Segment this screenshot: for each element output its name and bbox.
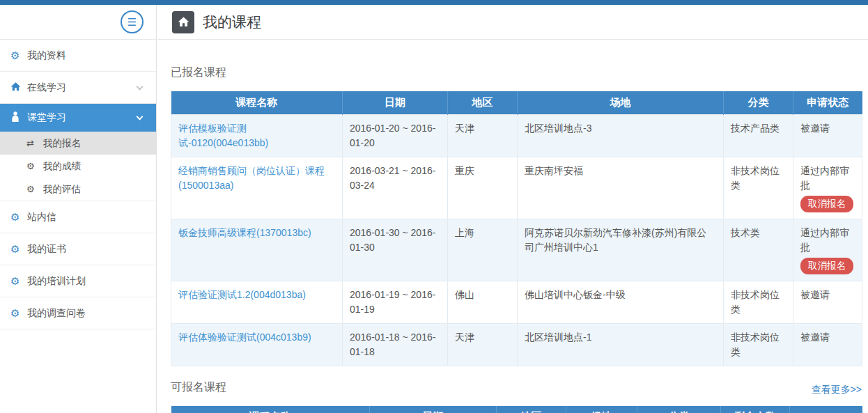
category-cell: 非技术岗位类 [724,323,793,366]
status-cell: 被邀请 [793,323,862,366]
sidebar: ☰ ⚙ 我的资料 在线学习 课堂学习 ⇄ 我的报名 [0,5,157,413]
gears-icon: ⚙ [10,275,27,288]
col-category: 分类 [637,406,721,413]
status-text: 被邀请 [800,121,855,136]
venue-cell: 北区培训地点-3 [518,114,724,157]
region-cell: 重庆 [448,157,518,219]
col-venue: 场地 [518,91,724,114]
exchange-icon: ⇄ [26,138,43,148]
cancel-enroll-button[interactable]: 取消报名 [800,258,853,274]
app-window: ☰ ⚙ 我的资料 在线学习 课堂学习 ⇄ 我的报名 [0,0,868,413]
date-cell: 2016-01-18 ~ 2016-01-18 [343,323,448,366]
sidebar-item-label: 我的培训计划 [27,275,86,288]
sidebar-item-label: 课堂学习 [27,111,66,124]
sidebar-menu: ⚙ 我的资料 在线学习 课堂学习 ⇄ 我的报名 ⚙ 我的成绩 [0,40,156,329]
gears-icon: ⚙ [10,49,27,62]
sidebar-item-label: 我的报名 [43,137,81,150]
gears-icon: ⚙ [10,211,27,224]
course-link[interactable]: 评估体验验证测试(004c013b9) [178,332,311,343]
see-more-link[interactable]: 查看更多>> [812,384,862,396]
status-text: 通过内部审批 [800,164,855,193]
person-icon [10,111,27,124]
col-apply-status: 申请状态 [793,91,862,114]
sidebar-item-classroom-learning[interactable]: 课堂学习 [0,104,156,132]
table-row: 钣金技师高级课程(1370013bc) 2016-01-30 ~ 2016-01… [171,219,862,281]
venue-cell: 阿克苏诺贝尔新劲汽车修补漆(苏州)有限公司广州培训中心1 [518,219,724,281]
cancel-enroll-button[interactable]: 取消报名 [800,196,853,212]
status-cell: 通过内部审批 取消报名 [793,157,862,219]
sidebar-item-my-profile[interactable]: ⚙ 我的资料 [0,40,156,72]
gears-icon: ⚙ [10,243,27,256]
sidebar-header: ☰ [0,5,156,40]
region-cell: 上海 [448,219,518,281]
table-header-row: 课程名称 日期 地区 场地 分类 申请状态 [171,91,862,114]
col-remaining: 剩余人数 [721,406,790,413]
course-link[interactable]: 钣金技师高级课程(1370013bc) [178,227,311,238]
gears-icon: ⚙ [10,307,27,320]
col-date: 日期 [370,406,497,413]
sidebar-item-label: 我的评估 [43,183,81,196]
sidebar-item-label: 我的证书 [27,243,66,256]
available-section-title: 可报名课程 [171,380,226,395]
category-cell: 非技术岗位类 [724,281,793,323]
sidebar-item-label: 在线学习 [27,81,66,94]
chevron-down-icon [137,114,144,120]
sidebar-item-my-surveys[interactable]: ⚙ 我的调查问卷 [0,297,156,329]
category-cell: 非技术岗位类 [724,157,793,219]
col-category: 分类 [724,91,793,114]
table-row: 评估模板验证测试-0120(004e013bb) 2016-01-20 ~ 20… [171,114,862,157]
venue-cell: 北区培训地点-1 [518,323,724,366]
col-venue: 场地 [566,406,637,413]
course-link[interactable]: 经销商销售顾问（岗位认证）课程 (1500013aa) [178,165,325,191]
sidebar-item-label: 我的调查问卷 [27,307,86,320]
sidebar-item-my-registrations[interactable]: ⇄ 我的报名 [0,132,156,155]
region-cell: 佛山 [448,281,518,323]
course-name-cell: 评估模板验证测试-0120(004e013bb) [171,114,343,157]
course-link[interactable]: 评估模板验证测试-0120(004e013bb) [178,123,268,148]
sidebar-item-my-training-plan[interactable]: ⚙ 我的培训计划 [0,265,156,297]
venue-cell: 重庆南坪安福 [518,157,724,219]
date-cell: 2016-01-20 ~ 2016-01-20 [343,114,448,157]
status-text: 通过内部审批 [800,226,855,255]
course-link[interactable]: 评估验证测试1.2(004d013ba) [178,289,306,300]
venue-cell: 佛山培训中心钣金-中级 [518,281,724,323]
registered-courses-table: 课程名称 日期 地区 场地 分类 申请状态 评估模板验证测试-0120(004e… [171,91,862,366]
sidebar-item-label: 我的资料 [27,49,66,62]
sidebar-item-my-grades[interactable]: ⚙ 我的成绩 [0,155,156,178]
gears-icon: ⚙ [26,184,43,194]
col-action [790,406,862,413]
hamburger-icon[interactable]: ☰ [121,10,144,33]
home-icon [10,81,27,94]
course-name-cell: 钣金技师高级课程(1370013bc) [171,219,343,281]
status-cell: 被邀请 [793,114,862,157]
col-region: 地区 [497,406,566,413]
table-row: 评估验证测试1.2(004d013ba) 2016-01-19 ~ 2016-0… [171,281,862,323]
sidebar-item-online-learning[interactable]: 在线学习 [0,72,156,104]
table-row: 评估体验验证测试(004c013b9) 2016-01-18 ~ 2016-01… [171,323,862,366]
chevron-down-icon [137,83,144,90]
top-bar [0,0,868,5]
registered-section-title: 已报名课程 [171,65,226,80]
region-cell: 天津 [448,323,518,366]
region-cell: 天津 [448,114,518,157]
col-course-name: 课程名称 [171,91,343,114]
category-cell: 技术类 [724,219,793,281]
col-date: 日期 [343,91,448,114]
sidebar-submenu: ⇄ 我的报名 ⚙ 我的成绩 ⚙ 我的评估 [0,132,156,201]
date-cell: 2016-01-19 ~ 2016-01-19 [343,281,448,323]
page-title: 我的课程 [203,13,261,32]
table-header-row: 课程名称 日期 地区 场地 分类 剩余人数 [171,406,862,413]
sidebar-item-my-evaluations[interactable]: ⚙ 我的评估 [0,178,156,201]
page-header: 我的课程 [157,5,868,40]
main-content: 已报名课程 课程名称 日期 地区 场地 分类 申请状态 评估模板验证测试-012… [157,40,868,413]
status-cell: 通过内部审批 取消报名 [793,219,862,281]
available-courses-table: 课程名称 日期 地区 场地 分类 剩余人数 经销商服务经理（银级）课程(1420… [171,406,862,413]
home-icon [172,11,194,33]
status-cell: 被邀请 [793,281,862,323]
table-row: 经销商销售顾问（岗位认证）课程 (1500013aa) 2016-03-21 ~… [171,157,862,219]
col-course-name: 课程名称 [171,406,370,413]
sidebar-item-my-certificates[interactable]: ⚙ 我的证书 [0,233,156,265]
sidebar-item-site-mail[interactable]: ⚙ 站内信 [0,201,156,233]
status-text: 被邀请 [800,330,855,345]
status-text: 被邀请 [800,288,855,302]
